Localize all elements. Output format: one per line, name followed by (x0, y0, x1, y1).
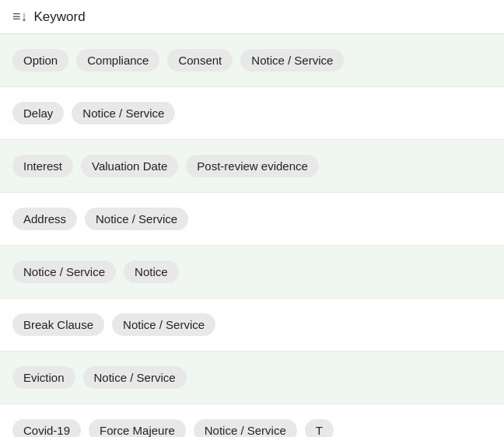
table-row: Notice / ServiceNotice (0, 246, 504, 299)
keyword-tag[interactable]: Notice / Service (85, 208, 188, 230)
table-row: DelayNotice / Service (0, 87, 504, 140)
keyword-tag[interactable]: Notice / Service (112, 313, 215, 336)
keyword-tag[interactable]: Notice / Service (72, 102, 175, 124)
rows-container: OptionComplianceConsentNotice / ServiceD… (0, 34, 504, 437)
keyword-tag[interactable]: T (305, 419, 334, 437)
sort-icon: ≡↓ (12, 9, 28, 25)
keyword-tag[interactable]: Notice (124, 260, 179, 283)
table-row: AddressNotice / Service (0, 193, 504, 246)
keyword-tag[interactable]: Notice / Service (194, 419, 297, 437)
table-row: Break ClauseNotice / Service (0, 299, 504, 351)
keyword-tag[interactable]: Consent (167, 49, 233, 72)
keyword-tag[interactable]: Notice / Service (240, 49, 344, 72)
keyword-tag[interactable]: Interest (12, 155, 73, 177)
keyword-tag[interactable]: Delay (12, 102, 64, 124)
keyword-tag[interactable]: Notice / Service (12, 260, 116, 283)
table-row: EvictionNotice / Service (0, 351, 504, 404)
keyword-tag[interactable]: Option (12, 49, 68, 72)
keyword-tag[interactable]: Valuation Date (81, 155, 178, 177)
column-title: Keyword (34, 9, 86, 25)
column-header[interactable]: ≡↓ Keyword (0, 0, 504, 34)
table-row: Covid-19Force MajeureNotice / ServiceT (0, 404, 504, 437)
keyword-tag[interactable]: Post-review evidence (186, 155, 319, 177)
keyword-tag[interactable]: Break Clause (12, 313, 104, 336)
keyword-tag[interactable]: Force Majeure (89, 419, 186, 437)
keyword-tag[interactable]: Address (12, 208, 77, 230)
table-row: OptionComplianceConsentNotice / Service (0, 34, 504, 87)
keyword-tag[interactable]: Eviction (12, 366, 75, 389)
keyword-tag[interactable]: Covid-19 (12, 419, 81, 437)
keyword-tag[interactable]: Notice / Service (83, 366, 187, 389)
table-row: InterestValuation DatePost-review eviden… (0, 140, 504, 193)
keyword-tag[interactable]: Compliance (76, 49, 159, 72)
